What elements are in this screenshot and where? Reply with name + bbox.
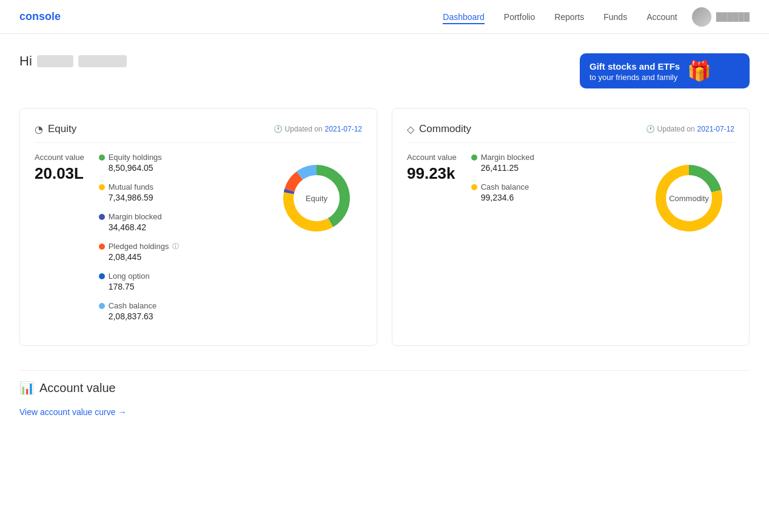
legend-item-long-option: Long option178.75 xyxy=(99,271,257,291)
equity-donut-label: Equity xyxy=(306,194,327,203)
banner-subline: to your friends and family xyxy=(589,73,680,82)
equity-title: ◔ Equity xyxy=(35,123,76,135)
equity-updated-date[interactable]: 2021-07-12 xyxy=(325,125,362,133)
commodity-body: Account value 99.23k Margin blocked26,41… xyxy=(407,153,734,244)
legend-value-margin-blocked: 26,411.25 xyxy=(471,163,629,173)
equity-title-text: Equity xyxy=(48,123,76,135)
banner-text-block: Gift stocks and ETFs to your friends and… xyxy=(589,60,680,82)
info-icon-pledged-holdings[interactable]: ⓘ xyxy=(172,242,179,251)
nav-funds[interactable]: Funds xyxy=(603,10,627,24)
greeting-hi: Hi xyxy=(19,53,32,69)
view-account-curve-link[interactable]: View account value curve → xyxy=(19,407,126,417)
legend-label-long-option: Long option xyxy=(109,271,150,281)
equity-body: Account value 20.03L Equity holdings8,50… xyxy=(35,153,362,331)
av-title-text: Account value xyxy=(39,381,116,395)
legend-dot-margin-blocked xyxy=(471,155,477,161)
legend-dot-long-option xyxy=(99,273,105,279)
user-area: ██████ xyxy=(692,7,750,27)
sections-grid: ◔ Equity 🕐 Updated on 2021-07-12 Account… xyxy=(19,108,750,361)
nav-portfolio[interactable]: Portfolio xyxy=(504,10,535,24)
equity-av-label: Account value xyxy=(35,153,84,162)
navbar: console Dashboard Portfolio Reports Fund… xyxy=(0,0,769,34)
legend-value-margin-blocked: 34,468.42 xyxy=(99,222,257,232)
commodity-left: Account value 99.23k xyxy=(407,153,457,183)
equity-legend: Equity holdings8,50,964.05Mutual funds7,… xyxy=(99,153,257,331)
legend-item-margin-blocked: Margin blocked26,411.25 xyxy=(471,153,629,173)
legend-label-mutual-funds: Mutual funds xyxy=(109,182,153,191)
legend-item-cash-balance: Cash balance2,08,837.63 xyxy=(99,301,257,321)
legend-dot-margin-blocked xyxy=(99,214,105,220)
legend-dot-cash-balance xyxy=(471,184,477,190)
username-display: ██████ xyxy=(716,12,750,21)
equity-update: 🕐 Updated on 2021-07-12 xyxy=(274,125,362,133)
avatar[interactable] xyxy=(692,7,711,27)
clock-icon-2: 🕐 xyxy=(646,125,655,133)
section-divider xyxy=(19,370,750,371)
legend-label-margin-blocked: Margin blocked xyxy=(109,212,162,221)
commodity-legend: Margin blocked26,411.25Cash balance99,23… xyxy=(471,153,629,212)
legend-item-mutual-funds: Mutual funds7,34,986.59 xyxy=(99,182,257,202)
bar-chart-icon: 📊 xyxy=(19,381,35,395)
legend-item-cash-balance: Cash balance99,234.6 xyxy=(471,182,629,202)
commodity-card: ◇ Commodity 🕐 Updated on 2021-07-12 Acco… xyxy=(392,108,750,346)
legend-value-long-option: 178.75 xyxy=(99,282,257,291)
legend-item-pledged-holdings: Pledged holdingsⓘ2,08,445 xyxy=(99,242,257,262)
legend-label-margin-blocked: Margin blocked xyxy=(481,153,534,162)
legend-label-cash-balance: Cash balance xyxy=(109,301,157,310)
equity-chart: Equity xyxy=(271,153,362,244)
equity-header: ◔ Equity 🕐 Updated on 2021-07-12 xyxy=(35,123,362,143)
legend-dot-cash-balance xyxy=(99,303,105,309)
nav-reports[interactable]: Reports xyxy=(554,10,584,24)
commodity-title-text: Commodity xyxy=(419,123,471,135)
equity-updated-label: Updated on xyxy=(285,125,323,133)
legend-label-pledged-holdings: Pledged holdings xyxy=(109,242,169,251)
equity-card: ◔ Equity 🕐 Updated on 2021-07-12 Account… xyxy=(19,108,377,346)
top-row: Hi Gift stocks and ETFs to your friends … xyxy=(19,53,750,88)
legend-value-equity-holdings: 8,50,964.05 xyxy=(99,163,257,173)
commodity-donut-label: Commodity xyxy=(669,194,709,203)
equity-icon: ◔ xyxy=(35,124,43,135)
equity-left: Account value 20.03L xyxy=(35,153,84,183)
commodity-updated-date[interactable]: 2021-07-12 xyxy=(697,125,734,133)
legend-label-cash-balance: Cash balance xyxy=(481,182,529,191)
brand-logo[interactable]: console xyxy=(19,10,61,23)
nav-account[interactable]: Account xyxy=(646,10,677,24)
account-value-section: 📊 Account value View account value curve… xyxy=(19,381,750,417)
commodity-av-label: Account value xyxy=(407,153,457,162)
legend-dot-equity-holdings xyxy=(99,155,105,161)
legend-label-equity-holdings: Equity holdings xyxy=(109,153,162,162)
commodity-title: ◇ Commodity xyxy=(407,123,471,135)
equity-av-value: 20.03L xyxy=(35,164,84,183)
gift-icon: 🎁 xyxy=(687,59,711,82)
greeting-name-1 xyxy=(37,55,73,67)
nav-links: Dashboard Portfolio Reports Funds Accoun… xyxy=(443,10,677,24)
nav-dashboard[interactable]: Dashboard xyxy=(443,10,485,24)
legend-item-margin-blocked: Margin blocked34,468.42 xyxy=(99,212,257,232)
legend-value-cash-balance: 2,08,837.63 xyxy=(99,311,257,321)
greeting: Hi xyxy=(19,53,127,69)
legend-value-cash-balance: 99,234.6 xyxy=(471,193,629,202)
commodity-header: ◇ Commodity 🕐 Updated on 2021-07-12 xyxy=(407,123,734,143)
banner-headline: Gift stocks and ETFs xyxy=(589,60,680,73)
legend-dot-mutual-funds xyxy=(99,184,105,190)
commodity-icon: ◇ xyxy=(407,124,414,135)
legend-item-equity-holdings: Equity holdings8,50,964.05 xyxy=(99,153,257,173)
commodity-chart: Commodity xyxy=(643,153,734,244)
legend-value-mutual-funds: 7,34,986.59 xyxy=(99,193,257,202)
gift-banner[interactable]: Gift stocks and ETFs to your friends and… xyxy=(580,53,750,88)
av-section-title: 📊 Account value xyxy=(19,381,750,395)
commodity-donut: Commodity xyxy=(643,153,734,244)
legend-dot-pledged-holdings xyxy=(99,244,105,250)
clock-icon: 🕐 xyxy=(274,125,283,133)
greeting-name-2 xyxy=(78,55,127,67)
equity-donut: Equity xyxy=(271,153,362,244)
main-content: Hi Gift stocks and ETFs to your friends … xyxy=(0,34,769,417)
legend-value-pledged-holdings: 2,08,445 xyxy=(99,252,257,262)
commodity-updated-label: Updated on xyxy=(657,125,695,133)
commodity-av-value: 99.23k xyxy=(407,164,457,183)
commodity-update: 🕐 Updated on 2021-07-12 xyxy=(646,125,734,133)
